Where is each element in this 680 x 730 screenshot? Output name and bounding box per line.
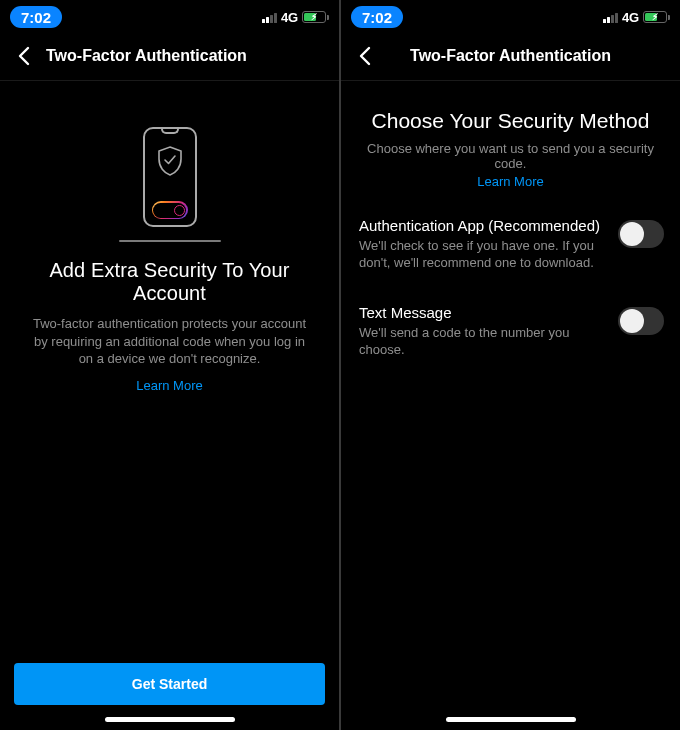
nav-header: Two-Factor Authentication xyxy=(0,34,339,81)
page-title: Two-Factor Authentication xyxy=(46,47,247,65)
battery-icon: ⚡︎ xyxy=(302,11,329,23)
choose-subtext: Choose where you want us to send you a s… xyxy=(365,141,656,171)
option-toggle[interactable] xyxy=(618,220,664,248)
option-auth-app[interactable]: Authentication App (Recommended) We'll c… xyxy=(341,205,680,286)
page-title: Two-Factor Authentication xyxy=(341,47,680,65)
learn-more-link[interactable]: Learn More xyxy=(365,174,656,189)
signal-icon xyxy=(603,12,618,23)
home-indicator[interactable] xyxy=(105,717,235,722)
status-bar: 7:02 4G ⚡︎ xyxy=(341,0,680,34)
status-indicators: 4G ⚡︎ xyxy=(262,10,329,25)
option-text-message[interactable]: Text Message We'll send a code to the nu… xyxy=(341,292,680,373)
screen-choose-method: 7:02 4G ⚡︎ Two-Factor Authentication Cho… xyxy=(341,0,680,730)
option-desc: We'll check to see if you have one. If y… xyxy=(359,238,606,272)
status-time: 7:02 xyxy=(351,6,403,28)
option-toggle[interactable] xyxy=(618,307,664,335)
option-desc: We'll send a code to the number you choo… xyxy=(359,325,606,359)
option-title: Text Message xyxy=(359,304,606,321)
shield-icon xyxy=(156,145,184,177)
back-button[interactable] xyxy=(12,44,36,68)
intro-body: Two-factor authentication protects your … xyxy=(26,315,313,368)
network-label: 4G xyxy=(622,10,639,25)
option-title: Authentication App (Recommended) xyxy=(359,217,606,234)
intro-headline: Add Extra Security To Your Account xyxy=(26,259,313,305)
nav-header: Two-Factor Authentication xyxy=(341,34,680,81)
toggle-icon xyxy=(152,201,188,219)
status-time: 7:02 xyxy=(10,6,62,28)
home-indicator[interactable] xyxy=(446,717,576,722)
learn-more-link[interactable]: Learn More xyxy=(136,378,202,393)
choose-heading: Choose Your Security Method xyxy=(365,109,656,133)
status-indicators: 4G ⚡︎ xyxy=(603,10,670,25)
screen-intro: 7:02 4G ⚡︎ Two-Factor Authentication xyxy=(0,0,339,730)
get-started-button[interactable]: Get Started xyxy=(14,663,325,705)
back-button[interactable] xyxy=(353,44,377,68)
security-illustration xyxy=(131,127,209,237)
status-bar: 7:02 4G ⚡︎ xyxy=(0,0,339,34)
battery-icon: ⚡︎ xyxy=(643,11,670,23)
signal-icon xyxy=(262,12,277,23)
network-label: 4G xyxy=(281,10,298,25)
